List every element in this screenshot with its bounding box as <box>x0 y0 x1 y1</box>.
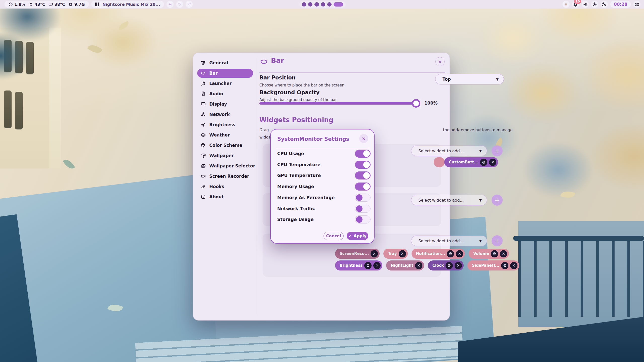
night-light-button[interactable] <box>601 1 608 8</box>
gear-icon[interactable]: ⚙ <box>491 250 498 257</box>
heart-icon: ♡ <box>178 2 181 7</box>
hidden-chip-sliver[interactable] <box>434 157 445 167</box>
sidebar-item-wallpaper-selector[interactable]: Wallpaper Selector <box>197 161 253 170</box>
remove-icon[interactable]: × <box>373 262 381 269</box>
center-add-widget-button[interactable]: + <box>492 195 503 206</box>
left-add-widget-button[interactable]: + <box>492 145 503 156</box>
sidebar-item-color-scheme[interactable]: Color Scheme <box>197 141 253 150</box>
wallpaper-stairs <box>135 326 463 362</box>
right-add-widget-dropdown[interactable]: Select widget to add... ▼ <box>411 236 487 246</box>
sidebar-item-about[interactable]: About <box>197 192 253 201</box>
widget-chip-screenrecorder[interactable]: ScreenReco... × <box>335 249 380 259</box>
remove-icon[interactable]: × <box>371 250 378 257</box>
right-add-widget-button[interactable]: + <box>492 235 503 246</box>
remove-icon[interactable]: × <box>510 262 517 269</box>
window-close-button[interactable]: × <box>435 57 445 66</box>
apply-button[interactable]: ✓Apply <box>347 232 368 240</box>
workspace-dot[interactable] <box>302 2 306 7</box>
workspaces-indicator[interactable] <box>299 1 346 8</box>
media-module[interactable]: Nightcore Music Mix 20... <box>91 1 164 8</box>
remove-icon[interactable]: × <box>415 262 422 269</box>
toggle-storage-usage[interactable] <box>355 215 371 223</box>
toggle-gpu-temperature[interactable] <box>355 171 371 179</box>
notifications-button[interactable]: 10 <box>572 1 579 8</box>
sliders-icon <box>201 60 206 65</box>
cancel-button[interactable]: Cancel <box>324 232 344 240</box>
workspace-dot[interactable] <box>327 2 332 7</box>
widget-chip-tray[interactable]: Tray × <box>383 249 408 259</box>
gear-icon[interactable]: ⚙ <box>447 250 454 257</box>
tray-app-icon[interactable] <box>562 1 570 8</box>
sidebar-item-wallpaper[interactable]: Wallpaper <box>197 151 253 160</box>
right-widgets-row-1: ScreenReco... × Tray × Notification... ⚙… <box>335 249 509 259</box>
bar-position-dropdown[interactable]: Top ▼ <box>435 74 504 84</box>
widget-chip-custombutton[interactable]: CustomButt... ⚙ × <box>444 157 498 167</box>
widget-chip-sidepaneltoggle[interactable]: SidePanelT... ⚙ × <box>467 260 519 270</box>
chevron-down-icon: ▼ <box>479 239 482 243</box>
sidebar-item-audio[interactable]: Audio <box>197 89 253 98</box>
media-title: Nightcore Music Mix 20... <box>102 2 160 7</box>
speaker-icon <box>583 2 587 7</box>
volume-button[interactable] <box>582 1 589 8</box>
toggle-label-network-traffic: Network Traffic <box>277 206 315 211</box>
modal-close-button[interactable]: × <box>359 134 368 143</box>
opacity-slider-fill <box>259 102 416 105</box>
notification-count-badge: 10 <box>574 0 581 4</box>
gear-icon[interactable]: ⚙ <box>501 262 508 269</box>
center-add-widget-dropdown[interactable]: Select widget to add... ▼ <box>411 195 487 205</box>
bar-position-label: Bar Position <box>259 75 296 81</box>
gear-icon[interactable]: ⚙ <box>364 262 372 269</box>
widget-chip-volume[interactable]: Volume ⚙ × <box>469 249 509 259</box>
favorites-button-2[interactable]: ♡ <box>186 1 193 8</box>
display-icon <box>49 2 53 7</box>
remove-icon[interactable]: × <box>500 250 507 257</box>
opacity-slider-handle[interactable] <box>412 99 420 108</box>
workspace-active-dot[interactable] <box>334 2 343 7</box>
sidebar-item-weather[interactable]: Weather <box>197 130 253 140</box>
sidebar-item-display[interactable]: Display <box>197 100 253 109</box>
toggle-network-traffic[interactable] <box>355 205 371 213</box>
toggle-label-storage-usage: Storage Usage <box>277 217 314 222</box>
wallpaper-railing-top <box>513 236 644 241</box>
workspace-dot[interactable] <box>308 2 312 7</box>
emoji-picker-button[interactable]: ☠ <box>167 1 174 8</box>
toggle-memory-usage[interactable] <box>355 183 371 191</box>
sidebar-item-brightness[interactable]: Brightness <box>197 120 253 129</box>
gear-icon[interactable]: ⚙ <box>480 159 487 166</box>
workspace-dot[interactable] <box>321 2 325 7</box>
toggle-cpu-usage[interactable] <box>355 150 371 158</box>
remove-icon[interactable]: × <box>399 250 406 257</box>
widget-chip-notification[interactable]: Notification... ⚙ × <box>412 249 465 259</box>
opacity-slider-track[interactable] <box>259 102 420 105</box>
brightness-button[interactable] <box>591 1 598 8</box>
remove-icon[interactable]: × <box>489 159 496 166</box>
widget-chip-brightness[interactable]: Brightness ⚙ × <box>335 260 382 270</box>
dashboard-button[interactable] <box>633 1 640 8</box>
bar-pill-icon <box>201 71 206 76</box>
sidebar-item-network[interactable]: Network <box>197 110 253 119</box>
widget-chip-clock[interactable]: Clock ⚙ × <box>428 260 464 270</box>
moon-slash-icon <box>602 2 607 7</box>
palette-icon <box>201 143 206 148</box>
gear-icon[interactable]: ⚙ <box>446 262 453 269</box>
toggle-label-memory-usage: Memory Usage <box>277 184 314 189</box>
video-camera-icon <box>201 174 206 179</box>
toggle-cpu-temperature[interactable] <box>355 161 371 169</box>
toggle-memory-as-percentage[interactable] <box>355 194 371 202</box>
flame-icon <box>29 2 33 7</box>
sidebar-item-bar[interactable]: Bar <box>197 69 253 78</box>
widget-chip-nightlight[interactable]: NightLight × <box>386 260 424 270</box>
system-stats-module[interactable]: 1.8% 43°C 38°C 9.7G <box>5 1 89 8</box>
clock[interactable]: 00:28 <box>610 1 631 8</box>
left-add-widget-dropdown[interactable]: Select widget to add... ▼ <box>411 146 487 156</box>
favorites-button[interactable]: ♡ <box>176 1 183 8</box>
remove-icon[interactable]: × <box>455 262 462 269</box>
sidebar-item-launcher[interactable]: Launcher <box>197 79 253 88</box>
workspace-dot[interactable] <box>314 2 319 7</box>
modal-divider <box>277 148 369 148</box>
systemmonitor-settings-modal: SystemMonitor Settings × CPU Usage CPU T… <box>270 129 375 244</box>
sidebar-item-hooks[interactable]: Hooks <box>197 182 253 191</box>
sidebar-item-screen-recorder[interactable]: Screen Recorder <box>197 172 253 181</box>
sidebar-item-general[interactable]: General <box>197 58 253 67</box>
remove-icon[interactable]: × <box>456 250 463 257</box>
